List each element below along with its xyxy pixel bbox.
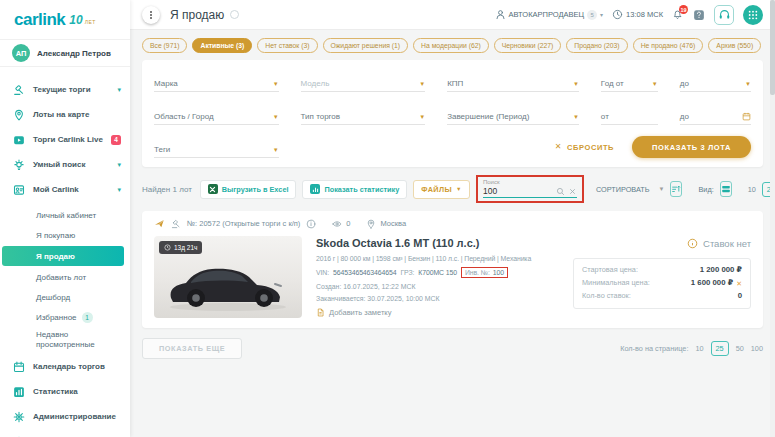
chip-active[interactable]: Активные (3) [192, 38, 252, 53]
lot-title[interactable]: Skoda Octavia 1.6 MT (110 л.с.) [316, 237, 551, 249]
filter-year-to[interactable]: до▼ [680, 70, 751, 92]
apps-grid-icon [748, 10, 758, 20]
sidebar-item-statistics[interactable]: Статистика [0, 379, 130, 404]
lot-ends: Заканчивается: 30.07.2025, 10:00 МСК [316, 295, 551, 302]
reset-filters-button[interactable]: ✕ СБРОСИТЬ [555, 143, 614, 152]
search-field[interactable]: Поиск [483, 179, 577, 198]
filter-model[interactable]: Модель▼ [301, 70, 426, 92]
min-price-value: 1 600 000 ₽ [691, 277, 733, 290]
bids-count-row: Кол-во ставок: 0 [582, 290, 742, 303]
lot-photo[interactable]: 13д 21ч [154, 236, 302, 318]
sidebar-item-lots-on-map[interactable]: Лоты на карте [0, 102, 130, 127]
headset-icon [718, 8, 731, 21]
filter-date-from[interactable]: от [601, 103, 658, 125]
filter-date-to[interactable]: до [680, 103, 751, 125]
close-icon: ✕ [555, 143, 562, 151]
sidebar-item-auction-calendar[interactable]: Календарь торгов [0, 354, 130, 379]
account-switcher[interactable]: АВТОКАРПРОДАВЕЦ 5 ▾ [495, 9, 604, 20]
bottom-row: ПОКАЗАТЬ ЕЩЕ Кол-во на странице: 10 25 5… [142, 338, 763, 359]
sidebar-nav: Текущие торги ▾ Лоты на карте Торги Carl… [0, 67, 130, 437]
chip-moderation[interactable]: На модерации (62) [413, 38, 489, 53]
per-page-100[interactable]: 100 [751, 344, 763, 353]
search-input[interactable] [483, 186, 553, 196]
page-size-10[interactable]: 10 [748, 185, 756, 194]
annotation-highlight-inventory: Инв. №:100 [461, 267, 508, 278]
sidebar: carlink 10 лет АП Александр Петров Текущ… [0, 0, 130, 437]
sidebar-item-i-buy[interactable]: Я покупаю [0, 225, 130, 245]
chevron-down-icon: ▼ [273, 114, 279, 121]
sort-dropdown[interactable]: СОРТИРОВАТЬ ▼ [596, 185, 665, 194]
filter-gearbox[interactable]: КПП▼ [447, 70, 579, 92]
bids-status: Ставок нет [687, 238, 751, 249]
search-icon[interactable] [556, 187, 565, 196]
carlink-logo[interactable]: carlink 10 лет [0, 0, 130, 40]
eye-icon [332, 219, 342, 229]
inventory-value: 100 [493, 269, 504, 276]
live-count-badge: 4 [111, 135, 121, 145]
context-menu-button[interactable] [142, 6, 160, 24]
chip-not-sold[interactable]: Не продано (476) [633, 38, 704, 53]
user-profile[interactable]: АП Александр Петров [0, 40, 130, 67]
sidebar-item-administration[interactable]: Администрирование [0, 404, 130, 429]
time-left-badge: 13д 21ч [159, 241, 202, 254]
topbar: Я продаю АВТОКАРПРОДАВЕЦ 5 ▾ 13:08 МСК 1… [130, 0, 775, 30]
help-button[interactable] [692, 8, 705, 21]
sidebar-item-dashboard[interactable]: Дешборд [0, 287, 130, 307]
chip-no-bids[interactable]: Нет ставок (3) [257, 38, 317, 53]
view-cards-button[interactable] [720, 181, 732, 197]
sidebar-item-personal-cabinet[interactable]: Личный кабинет [0, 205, 130, 225]
chevron-down-icon: ▼ [419, 114, 425, 121]
chip-sold[interactable]: Продано (203) [566, 38, 627, 53]
filter-tags[interactable]: Теги▼ [154, 136, 279, 158]
export-excel-button[interactable]: Выгрузить в Excel [200, 180, 297, 199]
per-page-10[interactable]: 10 [695, 344, 703, 353]
lot-number: №: 20572 (Открытые торги с к/п) [187, 219, 300, 228]
status-filter-chips: Все (971) Активные (3) Нет ставок (3) Ож… [142, 38, 763, 53]
sort-ascending-button[interactable] [670, 181, 682, 197]
sort-asc-icon [671, 184, 681, 194]
support-button[interactable] [714, 5, 734, 25]
filter-brand[interactable]: Марка▼ [154, 70, 279, 92]
files-dropdown-button[interactable]: ФАЙЛЫ ▼ [413, 180, 470, 199]
chip-archive[interactable]: Архив (550) [708, 38, 761, 53]
filter-year-from[interactable]: Год от▼ [601, 70, 658, 92]
bids-count-value: 0 [738, 290, 742, 303]
clear-search-icon[interactable] [568, 187, 577, 196]
chip-all[interactable]: Все (971) [142, 38, 187, 53]
gavel-icon [13, 84, 25, 96]
sidebar-item-logout[interactable]: Выйти [0, 429, 130, 437]
filter-ending-period[interactable]: Завершение (Период)▼ [447, 103, 579, 125]
per-page-selector: Кол-во на странице: 10 25 50 100 [620, 341, 763, 356]
info-icon[interactable] [230, 10, 239, 19]
price-box: Стартовая цена: 1 200 000 ₽ Минимальная … [573, 258, 751, 309]
sidebar-item-my-carlink[interactable]: Мой Carlink ▾ [0, 177, 130, 202]
per-page-25[interactable]: 25 [711, 341, 729, 356]
cards-view-icon [721, 184, 731, 194]
page-scrollbar [770, 0, 775, 437]
per-page-50[interactable]: 50 [736, 344, 744, 353]
show-lots-button[interactable]: ПОКАЗАТЬ 3 ЛОТА [632, 136, 751, 158]
filter-region-city[interactable]: Область / Город▼ [154, 103, 279, 125]
sidebar-item-smart-search[interactable]: Умный поиск ▾ [0, 152, 130, 177]
remove-min-price-icon[interactable]: ✕ [736, 278, 742, 290]
sidebar-item-i-sell[interactable]: Я продаю [2, 246, 124, 266]
add-note-button[interactable]: Добавить заметку [316, 308, 551, 317]
sidebar-item-recently-viewed[interactable]: Недавно просмотренные [0, 327, 130, 352]
scrollbar-thumb[interactable] [770, 0, 775, 95]
sidebar-item-favorites[interactable]: Избранное 1 [0, 307, 130, 327]
sidebar-item-carlink-live[interactable]: Торги Carlink Live 4 [0, 127, 130, 152]
sidebar-item-current-auctions[interactable]: Текущие торги ▾ [0, 77, 130, 102]
apps-menu-button[interactable] [743, 5, 763, 25]
filter-auction-type[interactable]: Тип торгов▼ [301, 103, 426, 125]
info-icon[interactable] [306, 219, 316, 229]
show-more-button[interactable]: ПОКАЗАТЬ ЕЩЕ [142, 338, 242, 359]
clock: 13:08 МСК [612, 9, 663, 20]
sidebar-item-add-lot[interactable]: Добавить лот [0, 267, 130, 287]
chip-drafts[interactable]: Черновики (227) [494, 38, 562, 53]
chip-awaiting-decision[interactable]: Ожидают решения (1) [323, 38, 409, 53]
notifications-button[interactable]: 19 [672, 9, 683, 20]
question-icon [693, 9, 705, 21]
show-statistics-button[interactable]: Показать статистику [302, 180, 407, 199]
bulb-icon [13, 159, 25, 171]
account-count-badge: 5 [587, 10, 597, 20]
